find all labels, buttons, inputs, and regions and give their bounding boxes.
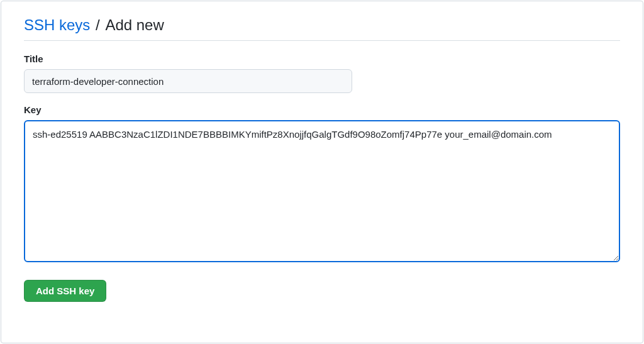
add-ssh-key-button[interactable]: Add SSH key xyxy=(24,280,106,302)
title-field-group: Title xyxy=(24,53,620,93)
page-heading: SSH keys / Add new xyxy=(24,16,620,41)
breadcrumb-current: Add new xyxy=(105,16,164,33)
key-label: Key xyxy=(24,104,620,115)
breadcrumb-separator: / xyxy=(91,16,104,33)
ssh-key-add-panel: SSH keys / Add new Title Key Add SSH key xyxy=(1,1,643,343)
key-field-group: Key xyxy=(24,104,620,265)
key-textarea[interactable] xyxy=(24,120,620,262)
title-label: Title xyxy=(24,53,620,64)
title-input[interactable] xyxy=(24,69,352,93)
ssh-keys-breadcrumb-link[interactable]: SSH keys xyxy=(24,16,90,33)
